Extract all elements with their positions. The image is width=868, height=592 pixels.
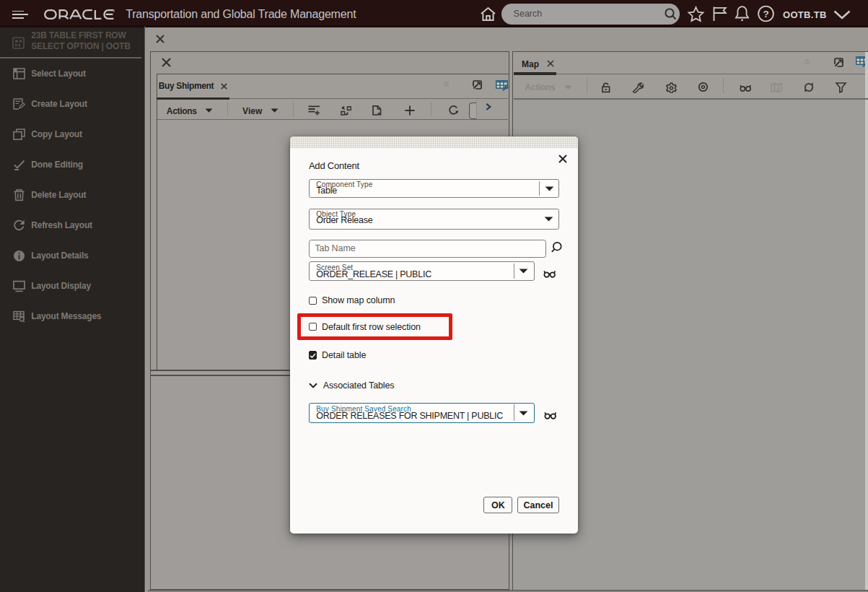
svg-text:?: ? xyxy=(763,9,768,19)
